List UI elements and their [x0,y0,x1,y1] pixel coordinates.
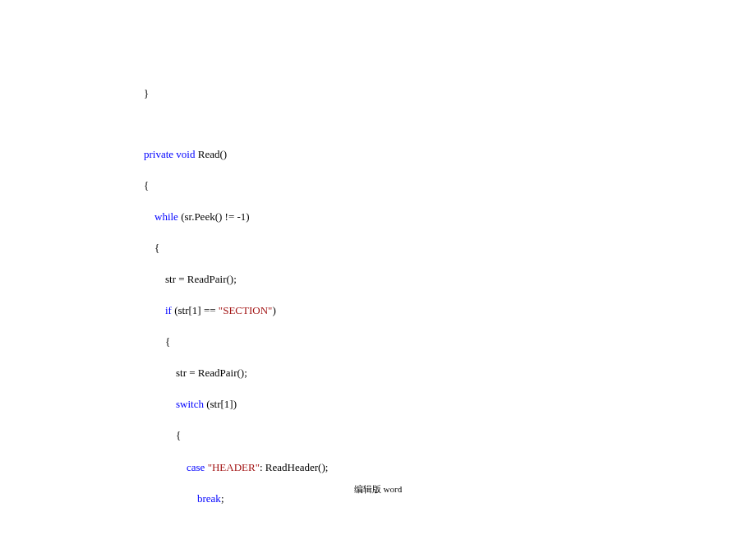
code-text: str = ReadPair(); [122,273,237,285]
code-text: { [122,335,170,348]
indent [122,304,165,316]
code-text: : ReadHeader(); [260,461,328,473]
code-line: } [122,87,756,100]
code-text: } [122,87,149,99]
keyword-private: private [144,148,173,160]
code-text: ) [272,304,275,316]
code-text: str = ReadPair(); [122,367,247,379]
code-text: (sr.Peek() != -1) [178,210,250,223]
indent [122,210,154,223]
string-literal: "SECTION" [219,304,273,316]
code-line: str = ReadPair(); [122,367,756,380]
code-line: str = ReadPair(); [122,273,756,286]
code-text: { [122,429,181,441]
code-line: { [122,179,756,192]
keyword-case: case [187,461,205,473]
code-block: } private void Read() { while (sr.Peek()… [0,0,756,505]
code-line: { [122,429,756,442]
footer-text: 编辑版 word [354,484,402,494]
code-text: { [122,242,159,254]
code-text: (str[1]) [204,398,237,410]
code-line: { [122,242,756,255]
code-line: switch (str[1]) [122,398,756,411]
blank-line [122,118,756,129]
code-line: case "HEADER": ReadHeader(); [122,461,756,474]
code-line: private void Read() [122,148,756,161]
code-text: { [122,179,149,191]
code-line: while (sr.Peek() != -1) [122,210,756,224]
indent [122,148,144,160]
keyword-if: if [165,304,172,316]
string-literal: "HEADER" [208,461,260,473]
indent [122,398,176,410]
code-line: if (str[1] == "SECTION") [122,304,756,317]
page-footer: 编辑版 word [0,483,756,496]
indent [122,461,187,473]
code-text: (str[1] == [172,304,219,316]
keyword-switch: switch [176,398,204,410]
keyword-void: void [176,148,195,160]
code-line: { [122,335,756,348]
keyword-while: while [154,210,178,223]
code-text: Read() [195,148,227,160]
